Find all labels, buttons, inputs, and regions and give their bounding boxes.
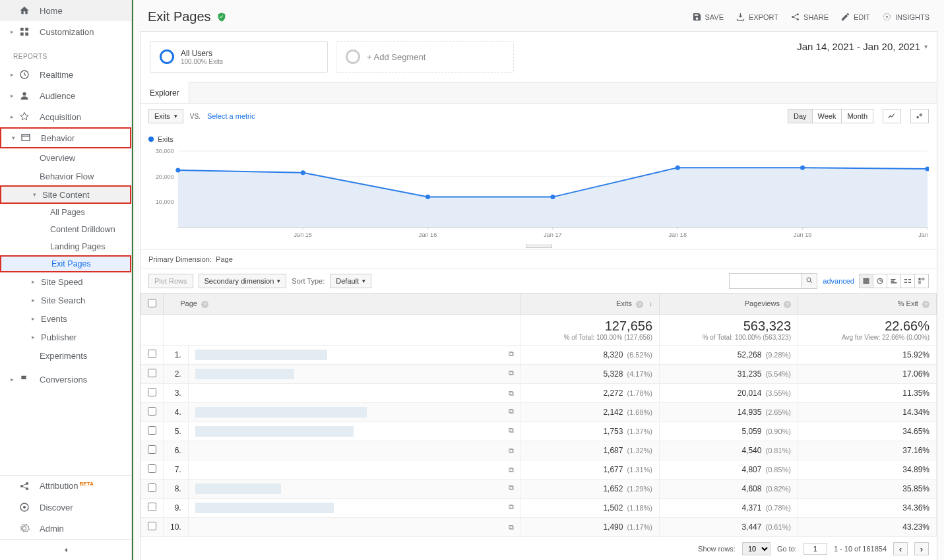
nav-exit-pages[interactable]: Exit Pages (0, 255, 131, 272)
edit-button[interactable]: EDIT (840, 12, 870, 22)
col-page[interactable]: Page ? (164, 294, 521, 315)
nav-home[interactable]: Home (0, 0, 131, 21)
nav-conversions[interactable]: ▸ Conversions (0, 369, 131, 390)
select-all-checkbox[interactable] (148, 299, 156, 307)
nav-admin[interactable]: Admin (0, 518, 131, 539)
segment-all-users[interactable]: All Users 100.00% Exits (150, 41, 328, 73)
nav-site-speed[interactable]: ▸Site Speed (0, 272, 131, 291)
open-link-icon[interactable]: ⧉ (509, 466, 514, 474)
open-link-icon[interactable]: ⧉ (509, 426, 514, 435)
sort-type-dropdown[interactable]: Default▾ (330, 274, 371, 288)
row-page[interactable]: ⧉ (188, 441, 520, 460)
timegrain-month[interactable]: Month (841, 109, 873, 123)
row-page[interactable]: ⧉ (188, 346, 520, 365)
nav-site-content[interactable]: ▾Site Content (0, 185, 131, 204)
view-pie-icon[interactable] (873, 274, 887, 288)
table-row[interactable]: 6.⧉1,687(1.32%)4,540(0.81%)37.16% (141, 441, 937, 460)
export-button[interactable]: EXPORT (736, 12, 778, 22)
row-checkbox[interactable] (148, 522, 156, 530)
select-metric-link[interactable]: Select a metric (207, 112, 255, 120)
open-link-icon[interactable]: ⧉ (509, 523, 514, 532)
help-icon[interactable]: ? (784, 301, 791, 308)
goto-input[interactable] (803, 543, 827, 555)
row-page[interactable]: ⧉ (188, 365, 520, 384)
row-page[interactable]: ⧉ (188, 480, 520, 499)
nav-realtime[interactable]: ▸ Realtime (0, 64, 131, 85)
primary-dimension-value[interactable]: Page (216, 255, 233, 263)
table-row[interactable]: 3.⧉2,272(1.78%)20,014(3.55%)11.35% (141, 384, 937, 403)
save-button[interactable]: SAVE (692, 12, 724, 22)
open-link-icon[interactable]: ⧉ (509, 389, 514, 398)
prev-page-button[interactable]: ‹ (893, 542, 908, 555)
table-row[interactable]: 10.⧉1,490(1.17%)3,447(0.61%)43.23% (141, 518, 937, 537)
open-link-icon[interactable]: ⧉ (509, 483, 514, 492)
table-row[interactable]: 5.⧉1,753(1.37%)5,059(0.90%)34.65% (141, 422, 937, 441)
col-pct-exit[interactable]: % Exit ? (798, 294, 937, 315)
table-row[interactable]: 2.⧉5,328(4.17%)31,235(5.54%)17.06% (141, 365, 937, 384)
row-page[interactable]: ⧉ (188, 422, 520, 441)
nav-publisher[interactable]: ▸Publisher (0, 328, 131, 346)
nav-attribution[interactable]: AttributionBETA (0, 476, 131, 497)
line-chart[interactable]: 10,00020,00030,000Jan 15Jan 16Jan 17Jan … (148, 147, 929, 239)
advanced-link[interactable]: advanced (823, 277, 854, 285)
nav-events[interactable]: ▸Events (0, 309, 131, 328)
rows-select[interactable]: 10 (742, 542, 771, 555)
row-checkbox[interactable] (148, 483, 156, 492)
chart-type-motion-button[interactable] (910, 109, 929, 123)
col-pageviews[interactable]: Pageviews ? (660, 294, 798, 315)
nav-behavior-flow[interactable]: Behavior Flow (0, 167, 131, 185)
secondary-dimension-dropdown[interactable]: Secondary dimension▾ (199, 274, 287, 288)
table-row[interactable]: 9.⧉1,502(1.18%)4,371(0.78%)34.36% (141, 499, 937, 518)
row-checkbox[interactable] (148, 350, 156, 358)
row-checkbox[interactable] (148, 464, 156, 473)
nav-all-pages[interactable]: All Pages (0, 204, 131, 221)
open-link-icon[interactable]: ⧉ (509, 503, 514, 511)
row-page[interactable]: ⧉ (188, 403, 520, 422)
col-exits[interactable]: Exits ? ↓ (521, 294, 660, 315)
nav-content-drilldown[interactable]: Content Drilldown (0, 221, 131, 238)
help-icon[interactable]: ? (201, 301, 208, 308)
help-icon[interactable]: ? (636, 301, 643, 308)
timegrain-week[interactable]: Week (812, 109, 842, 123)
add-segment-button[interactable]: + Add Segment (336, 41, 514, 73)
view-bar-icon[interactable] (887, 274, 901, 288)
row-page[interactable]: ⧉ (188, 499, 520, 518)
row-page[interactable]: ⧉ (188, 518, 520, 537)
collapse-sidebar-button[interactable] (0, 539, 131, 560)
table-row[interactable]: 4.⧉2,142(1.68%)14,935(2.65%)14.34% (141, 403, 937, 422)
nav-discover[interactable]: Discover (0, 497, 131, 518)
row-checkbox[interactable] (148, 426, 156, 435)
search-input[interactable] (729, 273, 802, 289)
nav-overview[interactable]: Overview (0, 148, 131, 167)
timegrain-day[interactable]: Day (788, 109, 813, 123)
search-button[interactable] (802, 273, 817, 289)
chart-type-line-button[interactable] (883, 109, 901, 123)
row-page[interactable]: ⧉ (188, 384, 520, 403)
view-pivot-icon[interactable] (914, 274, 929, 288)
row-checkbox[interactable] (148, 503, 156, 511)
insights-button[interactable]: INSIGHTS (882, 12, 929, 22)
row-page[interactable]: ⧉ (188, 460, 520, 480)
table-row[interactable]: 7.⧉1,677(1.31%)4,807(0.85%)34.89% (141, 460, 937, 480)
chart-resize-handle[interactable] (526, 244, 552, 248)
nav-acquisition[interactable]: ▸ Acquisition (0, 106, 131, 127)
help-icon[interactable]: ? (922, 301, 929, 308)
open-link-icon[interactable]: ⧉ (509, 350, 514, 358)
metric-dropdown[interactable]: Exits▾ (148, 109, 183, 123)
row-checkbox[interactable] (148, 407, 156, 416)
row-checkbox[interactable] (148, 388, 156, 396)
nav-audience[interactable]: ▸ Audience (0, 85, 131, 106)
nav-landing-pages[interactable]: Landing Pages (0, 238, 131, 255)
table-row[interactable]: 8.⧉1,652(1.29%)4,608(0.82%)35.85% (141, 480, 937, 499)
share-button[interactable]: SHARE (790, 12, 829, 22)
nav-customization[interactable]: ▸ Customization (0, 21, 131, 42)
nav-experiments[interactable]: Experiments (0, 346, 131, 365)
open-link-icon[interactable]: ⧉ (509, 407, 514, 416)
open-link-icon[interactable]: ⧉ (509, 447, 514, 455)
table-row[interactable]: 1.⧉8,320(6.52%)52,268(9.28%)15.92% (141, 346, 937, 365)
next-page-button[interactable]: › (914, 542, 929, 555)
nav-site-search[interactable]: ▸Site Search (0, 291, 131, 309)
row-checkbox[interactable] (148, 445, 156, 454)
open-link-icon[interactable]: ⧉ (509, 369, 514, 377)
nav-behavior[interactable]: ▾ Behavior (0, 127, 131, 148)
